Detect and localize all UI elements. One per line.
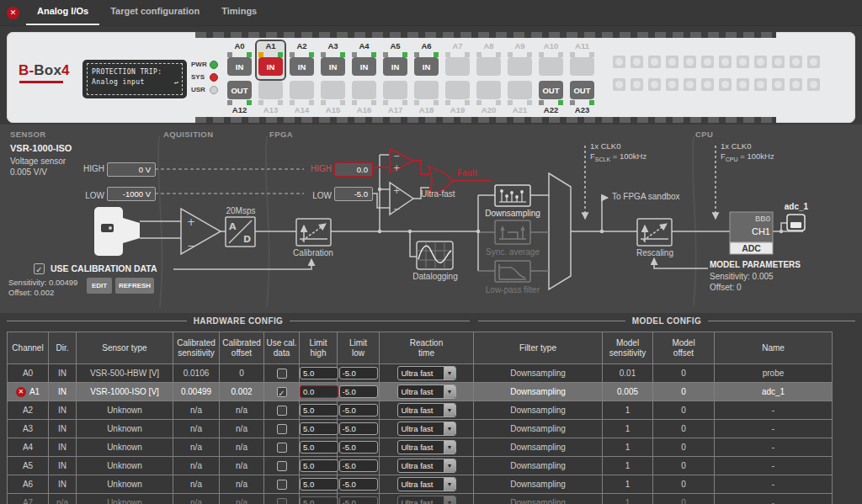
use-calibration-checkbox[interactable] (34, 263, 45, 274)
table-row[interactable]: A3 IN Unknown n/a n/a Ultra fast▼ Downsa… (8, 420, 833, 438)
edit-button[interactable]: EDIT (87, 278, 112, 294)
tab-analog-ios[interactable]: Analog I/Os (26, 0, 99, 25)
reaction-time-select[interactable]: Ultra fast▼ (397, 366, 456, 380)
reaction-time-select[interactable]: Ultra fast▼ (397, 422, 456, 436)
limit-low-input[interactable] (339, 404, 378, 416)
limit-low-input[interactable] (339, 459, 378, 472)
datalogging-label[interactable]: Datalogging (405, 272, 466, 281)
table-row[interactable]: A0 IN VSR-500-HBW [V] 0.0106 0 Ultra fas… (8, 364, 833, 383)
chevron-down-icon[interactable]: ▼ (444, 422, 455, 435)
channel-direction-button[interactable]: IN (290, 57, 314, 76)
indicator-left-icon (383, 52, 388, 57)
use-cal-checkbox[interactable] (277, 424, 287, 434)
channel-direction-button[interactable] (476, 57, 501, 76)
channel-direction-button[interactable]: IN (414, 57, 439, 76)
chevron-down-icon[interactable]: ▼ (444, 367, 455, 379)
tab-timings[interactable]: Timings (210, 0, 268, 25)
limit-low-input[interactable] (339, 441, 378, 454)
reaction-time-select[interactable]: Ultra fast▼ (397, 385, 456, 399)
limit-low-input[interactable] (339, 385, 378, 398)
limit-high-input[interactable] (300, 385, 338, 398)
limit-high-input[interactable] (300, 422, 338, 435)
chevron-down-icon[interactable]: ▼ (444, 385, 455, 398)
spare-port (772, 56, 785, 68)
table-row[interactable]: A6 IN Unknown n/a n/a Ultra fast▼ Downsa… (8, 475, 833, 494)
reaction-time-select[interactable]: Ultra fast▼ (397, 496, 456, 504)
limit-high-input[interactable] (300, 478, 338, 491)
limit-high-input[interactable] (300, 459, 338, 472)
indicator-left-icon (445, 52, 450, 57)
limit-low-input[interactable] (339, 422, 378, 435)
spare-port (648, 56, 661, 68)
channel-direction-button[interactable] (258, 81, 283, 99)
chevron-down-icon[interactable]: ▼ (444, 441, 455, 454)
limit-low-input[interactable] (339, 367, 378, 379)
limit-low-input[interactable] (339, 496, 378, 504)
channel-direction-button[interactable]: OUT (227, 81, 252, 99)
channel-direction-button[interactable] (539, 57, 563, 76)
channel-direction-button[interactable]: IN (352, 57, 376, 76)
use-cal-checkbox[interactable] (277, 461, 287, 471)
limit-high-input[interactable] (300, 441, 338, 454)
sensor-high-label: HIGH (66, 164, 104, 173)
channel-direction-button[interactable] (414, 81, 439, 99)
table-row[interactable]: A1 IN VSR-1000-ISO [V] 0.00499 0.002 Ult… (8, 383, 833, 401)
lowpass-filter-label[interactable]: Low-pass filter (475, 285, 551, 294)
cell-calibrated-sensitivity: n/a (173, 457, 220, 475)
channel-direction-button[interactable]: IN (258, 57, 283, 76)
channel-direction-button[interactable] (321, 81, 345, 99)
channel-direction-button[interactable] (508, 81, 532, 99)
table-row[interactable]: A7 n/a Unknown n/a n/a Ultra fast▼ Downs… (8, 494, 833, 504)
channel-direction-button[interactable]: IN (383, 57, 407, 76)
channel-direction-button[interactable]: OUT (570, 81, 594, 99)
channel-direction-button[interactable] (352, 81, 376, 99)
tab-target-configuration[interactable]: Target configuration (99, 0, 210, 25)
limit-high-input[interactable] (300, 496, 338, 504)
fpga-low-limit-input[interactable]: -5.0 (334, 187, 373, 201)
table-row[interactable]: A2 IN Unknown n/a n/a Ultra fast▼ Downsa… (8, 401, 833, 420)
use-cal-checkbox[interactable] (277, 406, 287, 416)
channel-direction-button[interactable] (508, 57, 532, 76)
channel-direction-button[interactable] (445, 57, 470, 76)
reaction-time-select[interactable]: Ultra fast▼ (397, 440, 456, 454)
return-icon: ↵ (174, 77, 178, 88)
use-cal-checkbox[interactable] (277, 387, 287, 397)
channel-label: A10 (544, 41, 558, 51)
refresh-button[interactable]: REFRESH (115, 278, 154, 294)
sync-average-label[interactable]: Sync. average (478, 247, 547, 257)
table-row[interactable]: A4 IN Unknown n/a n/a Ultra fast▼ Downsa… (8, 438, 833, 457)
use-cal-checkbox[interactable] (277, 480, 287, 490)
limit-high-input[interactable] (300, 367, 338, 379)
chevron-down-icon[interactable]: ▼ (444, 404, 455, 416)
chevron-down-icon[interactable]: ▼ (444, 459, 455, 472)
limit-high-input[interactable] (300, 404, 338, 416)
close-icon[interactable]: ✕ (7, 7, 19, 19)
fpga-high-limit-input[interactable]: 0.0 (334, 162, 373, 177)
chevron-down-icon[interactable]: ▼ (444, 496, 455, 504)
channel-direction-button[interactable] (570, 57, 594, 76)
use-cal-checkbox[interactable] (277, 369, 287, 379)
use-cal-checkbox[interactable] (277, 498, 287, 504)
reaction-time-select[interactable]: Ultra fast▼ (397, 459, 456, 473)
use-cal-checkbox[interactable] (277, 443, 287, 453)
spare-port (719, 78, 732, 91)
chevron-down-icon[interactable]: ▼ (444, 478, 455, 491)
channel-direction-button[interactable]: IN (321, 57, 345, 76)
channel-direction-button[interactable] (290, 81, 314, 99)
sensor-high-value-input[interactable]: 0 V (107, 162, 156, 177)
reaction-time-select[interactable]: Ultra fast▼ (397, 477, 456, 491)
sensor-low-value-input[interactable]: -1000 V (107, 187, 156, 201)
channel-cell: A10 (535, 40, 567, 81)
indicator-right-icon (589, 52, 594, 57)
channel-direction-button[interactable] (383, 81, 407, 99)
channel-direction-button[interactable] (476, 81, 501, 99)
sensor-gain: 0.005 V/V (10, 167, 47, 177)
channel-direction-button[interactable] (445, 81, 470, 99)
channel-direction-button[interactable]: IN (227, 57, 252, 76)
table-row[interactable]: A5 IN Unknown n/a n/a Ultra fast▼ Downsa… (8, 457, 833, 475)
downsampling-label[interactable]: Downsampling (480, 209, 545, 218)
channel-direction-button[interactable]: OUT (539, 81, 563, 99)
spare-port (666, 78, 678, 91)
limit-low-input[interactable] (339, 478, 378, 491)
reaction-time-select[interactable]: Ultra fast▼ (397, 403, 456, 417)
